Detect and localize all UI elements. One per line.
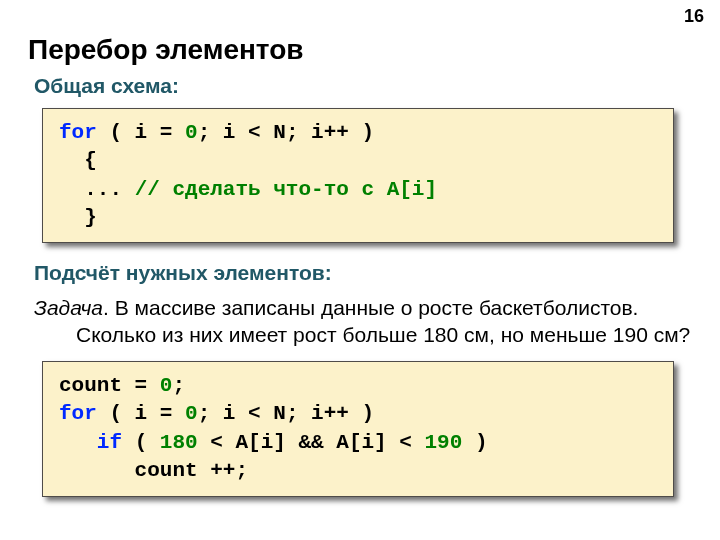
code-text: <	[235, 402, 273, 425]
subheading-counting: Подсчёт нужных элементов:	[34, 261, 692, 285]
code-text: }	[59, 206, 97, 229]
code-block-count: count = 0; for ( i = 0; i < N; i++ ) if …	[42, 361, 674, 496]
code-text: N; i++ )	[273, 121, 374, 144]
code-text: ; i	[198, 402, 236, 425]
code-number: 0	[185, 121, 198, 144]
page-number: 16	[684, 6, 704, 27]
code-number: 0	[185, 402, 198, 425]
code-text: ;	[172, 374, 185, 397]
subheading-general-scheme: Общая схема:	[34, 74, 692, 98]
code-number: 0	[160, 374, 173, 397]
task-label: Задача	[34, 296, 103, 319]
task-text: . В массиве записаны данные о росте баск…	[76, 296, 690, 346]
code-text: <	[198, 431, 236, 454]
code-text: {	[59, 149, 97, 172]
keyword-if: if	[97, 431, 122, 454]
code-text: ( i	[97, 121, 147, 144]
code-comment: // сделать что-то с A[i]	[135, 178, 437, 201]
code-text: <	[387, 431, 425, 454]
task-paragraph: Задача. В массиве записаны данные о рост…	[34, 295, 692, 349]
code-text: ...	[59, 178, 135, 201]
code-text: (	[122, 431, 160, 454]
code-text: =	[147, 402, 185, 425]
code-text: count	[59, 374, 122, 397]
code-number: 190	[425, 431, 463, 454]
code-number: 180	[160, 431, 198, 454]
code-block-general: for ( i = 0; i < N; i++ ) { ... // сдела…	[42, 108, 674, 243]
slide: 16 Перебор элементов Общая схема: for ( …	[0, 0, 720, 540]
code-text: =	[122, 374, 160, 397]
keyword-for: for	[59, 402, 97, 425]
code-text: )	[462, 431, 487, 454]
slide-title: Перебор элементов	[28, 34, 692, 66]
code-text: =	[147, 121, 185, 144]
code-text: ; i	[198, 121, 236, 144]
code-text: <	[235, 121, 273, 144]
code-text: ( i	[97, 402, 147, 425]
code-text: count ++;	[59, 459, 248, 482]
code-text: A[i] && A[i]	[235, 431, 386, 454]
keyword-for: for	[59, 121, 97, 144]
code-text: N; i++ )	[273, 402, 374, 425]
